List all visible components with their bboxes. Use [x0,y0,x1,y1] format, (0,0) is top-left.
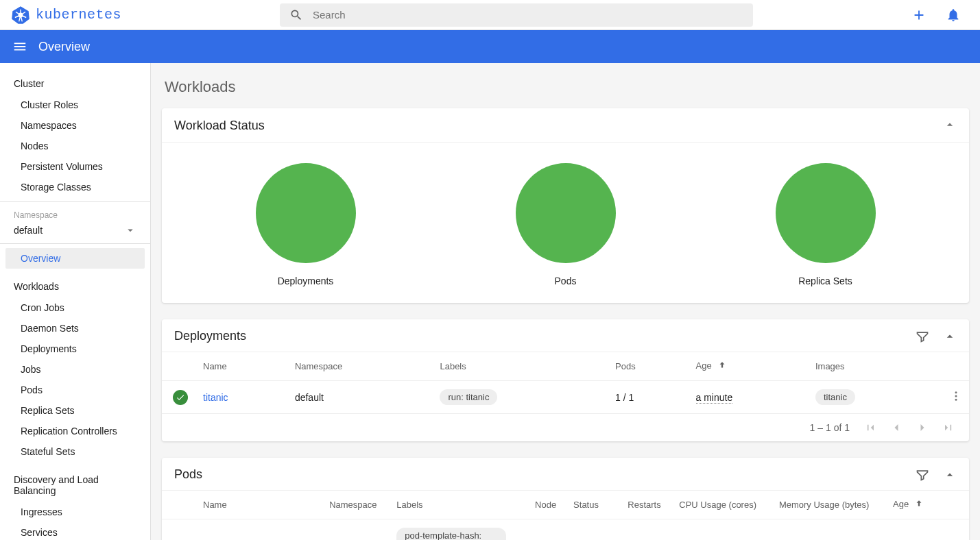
cell-memory: - [772,519,886,540]
sidebar-item-cluster-roles[interactable]: Cluster Roles [0,95,150,115]
bell-icon[interactable] [946,8,961,23]
topbar-actions [911,8,969,23]
cell-age: a minute [696,392,733,404]
menu-icon[interactable] [12,39,27,54]
col-name[interactable]: Name [196,491,322,519]
arrow-up-icon [914,499,924,508]
deployments-title: Deployments [174,329,246,343]
col-pods[interactable]: Pods [608,352,689,381]
plus-icon[interactable] [911,8,927,23]
sidebar-item-pods[interactable]: Pods [0,380,150,400]
chevron-down-icon [124,224,136,236]
cell-namespace: default [288,381,433,414]
sidebar-item-namespaces[interactable]: Namespaces [0,115,150,136]
sidebar-item-stateful-sets[interactable]: Stateful Sets [0,441,150,462]
filter-icon[interactable] [916,468,929,482]
col-name[interactable]: Name [196,352,288,381]
deployments-card: Deployments Name Namespace Labels Pods A… [162,319,969,441]
label-chip: pod-template-hash: 6d8f58fc8b [396,528,506,540]
col-namespace[interactable]: Namespace [288,352,433,381]
sidebar-item-deployments[interactable]: Deployments [0,339,150,359]
label-chip: run: titanic [440,389,497,405]
col-labels[interactable]: Labels [433,352,608,381]
table-row: titanic default run: titanic 1 / 1 a min… [162,381,969,414]
topbar: kubernetes [0,0,980,30]
col-age[interactable]: Age [886,491,942,519]
sidebar-item-cron-jobs[interactable]: Cron Jobs [0,297,150,318]
pager-next[interactable] [916,421,929,434]
sidebar-group-discovery[interactable]: Discovery and Load Balancing [0,469,150,502]
sidebar-item-replica-sets[interactable]: Replica Sets [0,400,150,421]
workload-status-card: Workload Status Deployments Pods Replica… [162,108,969,303]
status-pods: Pods [516,163,616,286]
main-content: Workloads Workload Status Deployments Po… [151,63,980,540]
pager-prev[interactable] [889,421,903,434]
search-input[interactable] [313,9,743,21]
chevron-up-icon[interactable] [943,330,957,343]
sidebar-item-storage-classes[interactable]: Storage Classes [0,177,150,197]
filter-icon[interactable] [916,330,929,343]
kubernetes-logo-icon [11,5,30,25]
table-row: titanic-6d8f58fc8b-9j8kx default pod-tem… [162,519,969,540]
pager-last[interactable] [942,421,955,434]
col-cpu[interactable]: CPU Usage (cores) [672,491,772,519]
pods-card: Pods Name Namespace Labels Node Status R… [162,458,969,540]
col-age[interactable]: Age [689,352,809,381]
col-node[interactable]: Node [528,491,566,519]
status-label: Replica Sets [798,275,852,286]
breadcrumb-bar: Overview [0,30,980,63]
namespace-label: Namespace [0,206,150,221]
deployments-table: Name Namespace Labels Pods Age Images ti… [162,352,969,413]
arrow-up-icon [717,360,727,370]
sidebar-item-persistent-volumes[interactable]: Persistent Volumes [0,156,150,177]
kebab-icon[interactable] [950,390,962,402]
chevron-right-icon [916,421,929,434]
col-status[interactable]: Status [566,491,621,519]
cell-status: Running [566,519,621,540]
col-memory[interactable]: Memory Usage (bytes) [772,491,886,519]
deployments-pager: 1 – 1 of 1 [162,413,969,441]
col-namespace[interactable]: Namespace [322,491,390,519]
pods-title: Pods [174,467,202,482]
namespace-select[interactable]: default [0,221,150,244]
cell-pods: 1 / 1 [608,381,689,414]
svg-point-10 [955,395,957,397]
first-page-icon [863,421,877,434]
cell-restarts: 0 [621,519,672,540]
chevron-left-icon [889,421,903,434]
collapse-button[interactable] [943,118,957,134]
status-replica-sets: Replica Sets [776,163,876,286]
svg-point-11 [955,399,957,401]
sidebar-item-ingresses[interactable]: Ingresses [0,502,150,522]
cell-node: m01 [528,519,566,540]
sidebar-group-cluster[interactable]: Cluster [0,73,150,95]
status-circle-icon [516,163,616,263]
pager-first[interactable] [863,421,877,434]
cell-namespace: default [322,519,390,540]
sidebar-item-jobs[interactable]: Jobs [0,359,150,380]
sidebar-item-daemon-sets[interactable]: Daemon Sets [0,318,150,339]
page-title: Workloads [165,78,969,96]
pager-info: 1 – 1 of 1 [810,422,850,433]
status-card-title: Workload Status [174,119,265,133]
sidebar-group-workloads[interactable]: Workloads [0,275,150,297]
search-box[interactable] [280,3,753,27]
sidebar: Cluster Cluster Roles Namespaces Nodes P… [0,63,151,540]
col-restarts[interactable]: Restarts [621,491,672,519]
sidebar-item-nodes[interactable]: Nodes [0,136,150,156]
sidebar-item-services[interactable]: Services [0,522,150,540]
logo[interactable]: kubernetes [11,5,148,25]
svg-point-9 [955,391,957,393]
col-labels[interactable]: Labels [390,491,528,519]
namespace-selected: default [14,225,43,236]
sidebar-item-replication-controllers[interactable]: Replication Controllers [0,421,150,441]
status-label: Deployments [278,275,334,286]
col-images[interactable]: Images [809,352,942,381]
deployment-name-link[interactable]: titanic [203,392,228,403]
status-circle-icon [776,163,876,263]
pods-table: Name Namespace Labels Node Status Restar… [162,491,969,540]
chevron-up-icon[interactable] [943,468,957,482]
chevron-up-icon [943,118,957,132]
search-icon [289,8,303,22]
sidebar-item-overview[interactable]: Overview [5,248,145,269]
